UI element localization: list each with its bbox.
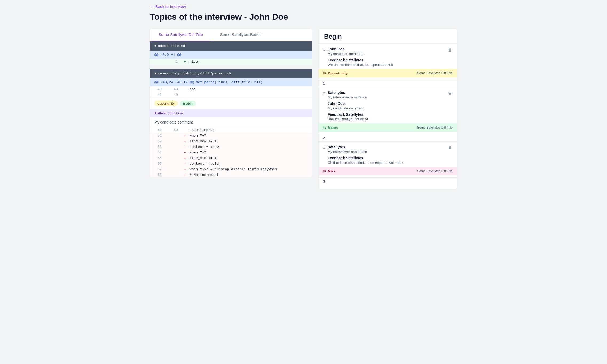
- diff-line-54: 54 – when "-": [150, 150, 312, 155]
- diff-line-new-num: 1: [166, 60, 182, 64]
- diff-file-header-2: ▼ research/gitlab/ruby/diff/parser.rb: [150, 69, 312, 78]
- group-number-2: 2: [319, 134, 457, 141]
- feedback-text-2: Beautiful that you found ot: [328, 117, 453, 121]
- annotation-row-3: ≡ Satellytes My interviewer annotation 🗑: [319, 142, 457, 165]
- feedback-section-3: Feedback Satellytes Oh that is crucial t…: [328, 156, 453, 165]
- diff-block-1: ▼ added-file.md @@ -0,0 +1 @@ 1 + nice!: [150, 41, 312, 65]
- back-to-interview-link[interactable]: ← Back to Interview: [150, 4, 186, 9]
- drag-handle-2[interactable]: ≡: [323, 90, 325, 96]
- interviewer-comment-3: My interviewer annotation: [328, 150, 367, 154]
- delete-button-3[interactable]: 🗑: [447, 145, 453, 151]
- diff-line-52: 52 – line_new += 1: [150, 139, 312, 144]
- diff-line-50: 50 50 case line[0]: [150, 127, 312, 133]
- diff-file-header-1: ▼ added-file.md: [150, 41, 312, 51]
- category-row-1: ⇆ Opportunity Some Satellytes Diff Title: [319, 69, 457, 77]
- diff-gap-1: [150, 65, 312, 69]
- category-label-2: Match: [328, 126, 338, 130]
- author-label: Author:: [154, 111, 167, 115]
- delete-button-2[interactable]: 🗑: [447, 90, 453, 96]
- annotation-row-2: ≡ Satellytes My interviewer annotation J…: [319, 87, 457, 121]
- annotation-badges: opportunity match: [150, 98, 312, 109]
- annotation-comment-1: My candidate comment: [328, 52, 363, 56]
- drag-handle-1[interactable]: ≡: [323, 47, 325, 52]
- triangle-down-icon-2: ▼: [154, 72, 156, 76]
- interviewer-label-3: Satellytes: [328, 145, 367, 149]
- diff-title-ref-3: Some Satellytes Diff Title: [417, 169, 453, 173]
- annotation-author-2: John Doe: [328, 101, 367, 106]
- annotation-group-3: ≡ Satellytes My interviewer annotation 🗑: [319, 141, 457, 185]
- diff-line-58: 58 – # No increment: [150, 172, 312, 178]
- author-name: John Doe: [168, 111, 183, 115]
- link-icon-3: ⇆: [323, 169, 326, 173]
- diff-line-added: 1 + nice!: [150, 59, 312, 65]
- category-tag-miss: ⇆ Miss Some Satellytes Diff Title: [319, 167, 457, 175]
- left-panel: Some Satellytes Diff Title Some Satellyt…: [150, 28, 312, 178]
- diff-line-57: 57 – when "\\" # rubocop:disable Lint/Em…: [150, 167, 312, 172]
- diff-line-content: nice!: [187, 60, 312, 64]
- category-row-2: ⇆ Match Some Satellytes Diff Title: [319, 123, 457, 132]
- delete-button-1[interactable]: 🗑: [447, 47, 453, 53]
- annotation-row-1: ≡ John Doe My candidate comment 🗑 Feedb: [319, 44, 457, 67]
- feedback-section-1: Feedback Satellytes We did not think of …: [328, 58, 453, 67]
- category-label-1: Opportunity: [328, 71, 348, 75]
- comment-line: My candidate comment: [150, 117, 312, 127]
- badge-opportunity: opportunity: [154, 101, 178, 106]
- diff-title-ref-1: Some Satellytes Diff Title: [417, 71, 453, 75]
- tab-better[interactable]: Some Satellytes Better: [211, 29, 269, 41]
- group-number-1: 1: [319, 80, 457, 87]
- diff-line-51: 51 – when "+": [150, 133, 312, 139]
- group-number-3: 3: [319, 177, 457, 185]
- feedback-label-2: Feedback Satellytes: [328, 112, 453, 117]
- link-icon-1: ⇆: [323, 71, 326, 75]
- category-label-3: Miss: [328, 169, 336, 173]
- tab-diff-title[interactable]: Some Satellytes Diff Title: [150, 29, 211, 41]
- feedback-label-3: Feedback Satellytes: [328, 156, 453, 160]
- right-panel: Begin ≡ John Doe My candidate comment �: [318, 28, 457, 189]
- right-panel-title: Begin: [319, 33, 457, 43]
- annotation-author-1: John Doe: [328, 47, 363, 51]
- link-icon-2: ⇆: [323, 125, 326, 130]
- diff-line-normal-49: 49 49: [150, 92, 312, 98]
- badge-match: match: [180, 101, 196, 106]
- diff-line-53: 53 – context = :new: [150, 144, 312, 150]
- main-layout: Some Satellytes Diff Title Some Satellyt…: [150, 28, 457, 189]
- diff-block-2: ▼ research/gitlab/ruby/diff/parser.rb @@…: [150, 69, 312, 178]
- diff-line-sign: +: [182, 60, 187, 64]
- annotation-group-1: ≡ John Doe My candidate comment 🗑 Feedb: [319, 43, 457, 87]
- diff-title-ref-2: Some Satellytes Diff Title: [417, 126, 453, 129]
- diff-line-normal-48: 48 48 end: [150, 86, 312, 92]
- author-line: Author: John Doe: [150, 109, 312, 117]
- annotation-group-2: ≡ Satellytes My interviewer annotation J…: [319, 87, 457, 141]
- feedback-text-3: Oh that is crucial to find, let us explo…: [328, 161, 453, 165]
- category-tag-match: ⇆ Match Some Satellytes Diff Title: [319, 123, 457, 132]
- drag-handle-3[interactable]: ≡: [323, 145, 325, 150]
- interviewer-label-2: Satellytes: [328, 90, 367, 95]
- feedback-label-1: Feedback Satellytes: [328, 58, 453, 62]
- page-title: Topics of the interview - John Doe: [150, 12, 457, 22]
- category-row-3: ⇆ Miss Some Satellytes Diff Title: [319, 167, 457, 175]
- tabs: Some Satellytes Diff Title Some Satellyt…: [150, 29, 312, 41]
- diff-hunk-1: @@ -0,0 +1 @@: [150, 51, 312, 59]
- feedback-section-2: Feedback Satellytes Beautiful that you f…: [328, 112, 453, 121]
- diff-line-56: 56 – context = :old: [150, 161, 312, 167]
- diff-line-55: 55 – line_old += 1: [150, 155, 312, 161]
- arrow-left-icon: ←: [150, 4, 154, 9]
- interviewer-comment-2: My interviewer annotation: [328, 95, 367, 99]
- category-tag-opportunity: ⇆ Opportunity Some Satellytes Diff Title: [319, 69, 457, 77]
- triangle-down-icon: ▼: [154, 44, 156, 48]
- annotation-comment-2: My candidate comment: [328, 106, 367, 110]
- feedback-text-1: We did not think of that, lets speak abo…: [328, 63, 453, 67]
- diff-hunk-2: @@ -48,24 +48,12 @@ def parse(lines, dif…: [150, 78, 312, 86]
